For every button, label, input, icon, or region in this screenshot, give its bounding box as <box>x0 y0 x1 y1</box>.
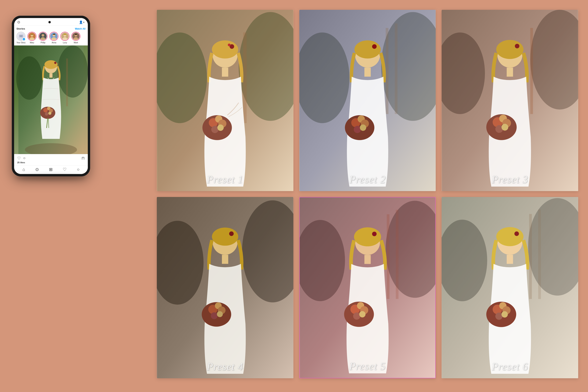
preset-image-5: Preset 5 <box>300 197 436 378</box>
svg-rect-34 <box>243 32 246 123</box>
search-nav-icon[interactable]: ⊙ <box>35 167 39 172</box>
svg-point-17 <box>58 46 88 98</box>
stories-section: Stories Watch All ✉ + Your Story <box>14 26 88 46</box>
likes-count: 25 likes <box>17 161 85 164</box>
story-item-anna[interactable]: Anna <box>50 32 58 44</box>
preset-image-6: Preset 6 <box>442 197 578 378</box>
story-item-your-story[interactable]: ✉ + Your Story <box>16 32 26 44</box>
svg-point-80 <box>229 232 234 236</box>
svg-point-117 <box>502 311 508 318</box>
preset-card-4[interactable]: Preset 4 <box>157 197 294 378</box>
svg-point-53 <box>372 44 376 49</box>
svg-point-101 <box>353 312 360 320</box>
svg-rect-39 <box>222 68 228 77</box>
story-item-mark[interactable]: Mark <box>71 32 80 44</box>
stories-title: Stories <box>16 27 25 30</box>
svg-point-59 <box>354 126 361 133</box>
svg-point-36 <box>212 40 238 58</box>
svg-point-52 <box>354 40 381 58</box>
phone-frame: ⊙ 👤+ Stories Watch All ✉ <box>12 16 90 176</box>
svg-point-45 <box>217 124 224 131</box>
preset-image-3: Preset 3 <box>442 10 578 191</box>
preset-1-label: Preset 1 <box>207 174 243 185</box>
stories-row: ✉ + Your Story <box>16 32 86 44</box>
story-label-philip: Philip <box>40 42 45 44</box>
story-avatar-inner-philip <box>39 32 47 40</box>
svg-rect-50 <box>395 23 398 114</box>
story-avatar-mary <box>28 32 36 41</box>
story-avatar-lucy <box>60 32 70 41</box>
preset-card-3[interactable]: Preset 3 <box>442 10 578 191</box>
svg-point-102 <box>359 311 365 317</box>
comment-icon[interactable]: ○ <box>23 156 26 160</box>
story-avatar-wrap-philip <box>38 32 48 41</box>
preset-card-6[interactable]: Preset 6 <box>442 197 578 378</box>
preset-2-label: Preset 2 <box>349 174 386 185</box>
preset-3-label: Preset 3 <box>492 174 528 185</box>
heart-icon[interactable]: ♡ <box>17 156 21 160</box>
story-avatar-anna <box>50 32 58 41</box>
svg-point-44 <box>211 126 218 133</box>
phone-shadow <box>16 174 86 180</box>
svg-point-116 <box>496 312 503 320</box>
presets-grid: Preset 1 <box>157 10 578 378</box>
camera-icon[interactable]: ⊙ <box>17 20 20 24</box>
add-user-icon[interactable]: 👤+ <box>79 20 85 24</box>
story-item-lucy[interactable]: Lucy <box>60 32 70 44</box>
preset-card-1[interactable]: Preset 1 <box>157 10 294 191</box>
svg-point-29 <box>45 112 48 116</box>
anna-avatar-svg <box>50 32 58 40</box>
phone-dot <box>48 21 51 23</box>
avatar-anna <box>50 32 58 40</box>
bookmark-icon[interactable]: ⊓ <box>82 156 85 160</box>
heart-nav-icon[interactable]: ♡ <box>63 167 67 172</box>
svg-rect-107 <box>538 210 541 299</box>
preset-image-4: Preset 4 <box>157 197 294 378</box>
preset-card-2[interactable]: Preset 2 <box>299 10 436 191</box>
mary-avatar-svg <box>28 32 36 40</box>
preset-2-svg <box>299 10 436 191</box>
svg-point-74 <box>502 124 508 131</box>
story-label-your-story: Your Story <box>16 42 26 44</box>
story-label-mark: Mark <box>74 42 78 44</box>
svg-point-79 <box>212 228 238 246</box>
story-avatar-wrap-anna <box>50 32 58 41</box>
svg-point-95 <box>372 232 376 236</box>
add-nav-icon[interactable]: ⊞ <box>49 167 52 172</box>
svg-rect-96 <box>364 255 371 264</box>
svg-rect-92 <box>396 210 398 299</box>
story-avatar-inner-anna <box>50 32 58 40</box>
home-nav-icon[interactable]: ⌂ <box>22 167 25 172</box>
svg-point-38 <box>228 44 230 46</box>
mark-avatar-svg <box>72 32 80 40</box>
avatar-philip <box>39 32 47 40</box>
preset-4-svg <box>157 197 294 378</box>
story-item-philip[interactable]: Philip <box>38 32 48 44</box>
phone-topbar: ⊙ 👤+ <box>14 18 88 26</box>
post-actions: ♡ ○ ⊓ <box>17 156 85 160</box>
svg-rect-24 <box>50 73 52 78</box>
story-avatar-mark <box>71 32 80 41</box>
svg-rect-111 <box>507 255 513 264</box>
phone-mockup: ⊙ 👤+ Stories Watch All ✉ <box>12 16 90 176</box>
svg-point-66 <box>496 40 524 59</box>
svg-point-16 <box>16 56 42 100</box>
lucy-avatar-svg <box>61 32 68 40</box>
profile-nav-icon[interactable]: ○ <box>77 167 80 172</box>
story-item-mary[interactable]: Mary <box>28 32 36 44</box>
svg-rect-49 <box>386 28 388 114</box>
preset-1-svg <box>157 10 294 191</box>
svg-point-30 <box>48 112 52 115</box>
phone-screen: ⊙ 👤+ Stories Watch All ✉ <box>14 18 88 174</box>
preset-card-5[interactable]: Preset 5 <box>299 197 436 378</box>
story-label-mary: Mary <box>30 42 34 44</box>
phone-post-image <box>14 46 88 154</box>
story-avatar-wrap-mark <box>71 32 80 41</box>
svg-rect-81 <box>222 255 228 264</box>
story-avatar-philip <box>38 32 48 41</box>
story-avatar-inner-lucy <box>61 32 68 40</box>
watch-all-button[interactable]: Watch All <box>75 28 86 30</box>
story-label-anna: Anna <box>52 42 56 44</box>
svg-rect-106 <box>529 214 532 299</box>
stories-header: Stories Watch All <box>16 27 86 30</box>
